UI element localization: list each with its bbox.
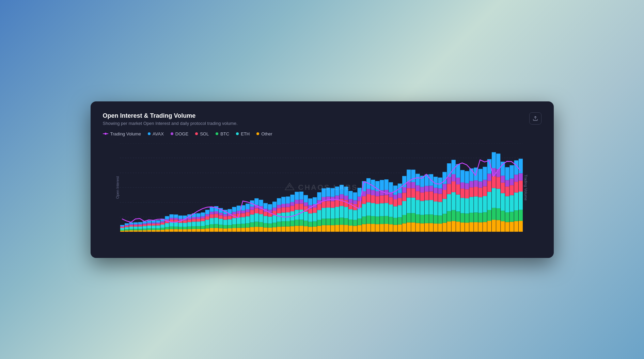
svg-rect-147: [209, 214, 214, 218]
legend-dot-avax: [148, 132, 151, 135]
svg-rect-398: [397, 205, 402, 217]
svg-rect-325: [344, 218, 348, 225]
svg-rect-314: [335, 207, 339, 218]
svg-rect-420: [415, 223, 420, 232]
svg-rect-75: [156, 224, 160, 225]
y-axis-left-label: Open Interest: [115, 176, 120, 199]
svg-rect-427: [420, 215, 424, 223]
svg-rect-41: [129, 222, 133, 224]
svg-rect-555: [514, 182, 518, 192]
svg-rect-529: [496, 208, 500, 220]
svg-rect-341: [353, 192, 357, 200]
svg-rect-562: [518, 173, 522, 180]
svg-rect-115: [187, 226, 191, 229]
svg-rect-227: [268, 204, 272, 210]
svg-rect-100: [174, 218, 178, 219]
svg-rect-80: [160, 224, 164, 228]
svg-rect-349: [362, 216, 366, 224]
svg-rect-511: [483, 212, 487, 222]
svg-rect-127: [196, 226, 200, 229]
svg-rect-434: [424, 200, 428, 214]
export-button[interactable]: [529, 112, 541, 125]
svg-rect-302: [326, 207, 330, 218]
svg-rect-179: [232, 207, 236, 212]
svg-rect-215: [259, 200, 263, 206]
svg-rect-222: [268, 227, 272, 231]
svg-rect-287: [313, 197, 317, 204]
svg-rect-265: [299, 219, 303, 226]
svg-rect-98: [174, 222, 178, 227]
svg-rect-90: [169, 229, 173, 232]
svg-rect-36: [129, 230, 133, 231]
svg-rect-372: [380, 224, 384, 232]
svg-rect-133: [201, 226, 205, 229]
svg-rect-189: [241, 213, 245, 217]
svg-rect-234: [277, 227, 281, 232]
svg-rect-311: [330, 188, 334, 197]
svg-rect-504: [478, 222, 482, 232]
svg-rect-378: [384, 224, 388, 231]
svg-rect-257: [290, 194, 294, 202]
svg-rect-457: [442, 214, 446, 223]
svg-rect-366: [375, 224, 379, 231]
svg-rect-239: [277, 198, 281, 205]
svg-rect-510: [483, 222, 487, 232]
svg-rect-498: [474, 222, 478, 231]
svg-rect-117: [187, 219, 191, 222]
svg-rect-111: [183, 220, 187, 223]
svg-rect-430: [420, 187, 424, 192]
svg-rect-361: [371, 216, 375, 224]
svg-rect-132: [201, 229, 205, 231]
svg-rect-144: [209, 228, 214, 232]
svg-rect-43: [133, 229, 138, 230]
svg-rect-458: [442, 199, 446, 214]
svg-rect-495: [469, 187, 473, 197]
svg-rect-63: [147, 224, 151, 226]
svg-rect-374: [380, 203, 384, 216]
svg-rect-136: [201, 216, 205, 218]
svg-rect-163: [223, 225, 227, 228]
svg-rect-294: [321, 225, 326, 231]
svg-rect-326: [344, 207, 348, 218]
svg-rect-46: [133, 224, 138, 225]
svg-rect-546: [509, 222, 514, 231]
svg-rect-402: [402, 223, 406, 232]
svg-rect-319: [340, 217, 344, 225]
svg-rect-206: [254, 213, 258, 222]
svg-rect-518: [487, 192, 491, 210]
svg-rect-152: [214, 217, 218, 224]
y-axis-right-label: Trading Volume: [524, 174, 528, 200]
svg-rect-482: [460, 198, 464, 213]
legend-dot-sol: [195, 132, 198, 135]
svg-rect-357: [366, 194, 370, 202]
svg-rect-24: [120, 231, 124, 232]
svg-rect-426: [420, 223, 424, 232]
legend-item-doge: DOGE: [171, 131, 188, 136]
svg-rect-212: [259, 214, 263, 222]
svg-rect-469: [451, 210, 455, 221]
svg-rect-499: [474, 212, 478, 222]
svg-rect-32: [125, 227, 129, 229]
svg-rect-447: [434, 193, 438, 201]
svg-rect-410: [407, 197, 411, 213]
svg-rect-140: [205, 219, 209, 225]
chart-outer: Open Interest Trading Volume CHAOS LABS: [120, 143, 523, 232]
svg-rect-151: [214, 224, 218, 228]
svg-rect-295: [321, 218, 326, 225]
svg-rect-508: [478, 181, 482, 187]
svg-rect-478: [456, 178, 460, 184]
svg-rect-456: [442, 223, 446, 231]
svg-rect-224: [268, 216, 272, 223]
svg-rect-187: [241, 224, 245, 228]
svg-rect-153: [214, 214, 218, 217]
svg-rect-486: [465, 223, 469, 232]
svg-rect-180: [236, 228, 240, 232]
svg-rect-531: [496, 177, 500, 189]
svg-rect-209: [254, 198, 258, 205]
svg-rect-157: [219, 225, 223, 228]
svg-rect-412: [407, 182, 411, 188]
svg-rect-553: [514, 210, 518, 221]
svg-rect-267: [299, 203, 303, 210]
svg-rect-158: [219, 218, 223, 224]
svg-rect-27: [120, 227, 124, 228]
